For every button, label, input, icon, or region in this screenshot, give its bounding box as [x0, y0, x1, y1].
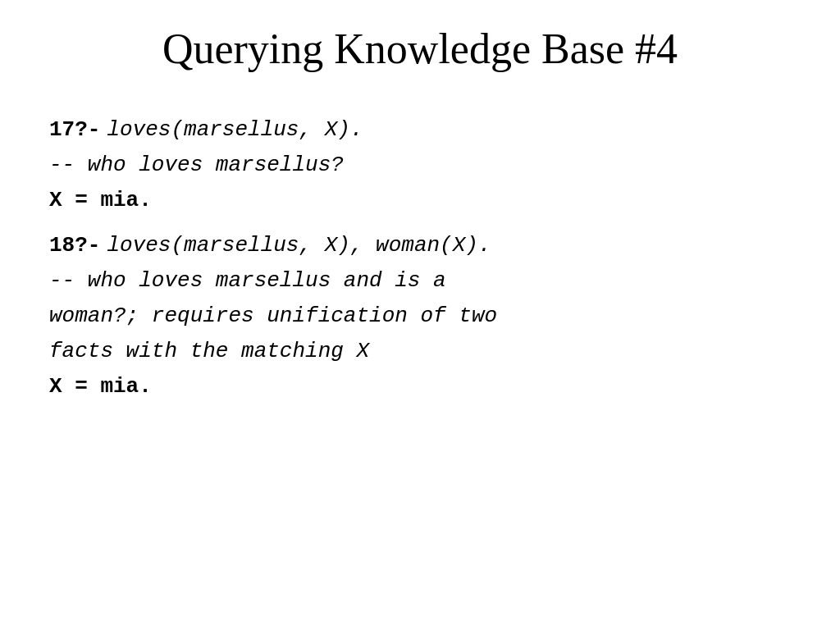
query-17-line: 17 ?- loves(marsellus, X). [49, 114, 791, 146]
query-17-comment: -- who loves marsellus? [49, 149, 791, 181]
query-18-prompt: ?- [75, 230, 100, 262]
content-area: 17 ?- loves(marsellus, X). -- who loves … [49, 114, 791, 416]
query-17-result: X = mia. [49, 185, 791, 217]
query-17-prompt: ?- [75, 114, 100, 146]
query-18-comment-1: -- who loves marsellus and is a [49, 265, 791, 297]
page-container: Querying Knowledge Base #4 17 ?- loves(m… [0, 0, 840, 630]
page-title: Querying Knowledge Base #4 [49, 25, 791, 73]
query-18-line: 18 ?- loves(marsellus, X), woman(X). [49, 230, 791, 262]
query-17-code: loves(marsellus, X). [107, 114, 363, 146]
query-18-comment-3: facts with the matching X [49, 336, 791, 368]
query-18-code: loves(marsellus, X), woman(X). [107, 230, 491, 262]
query-18-number: 18 [49, 230, 75, 262]
query-18-result: X = mia. [49, 371, 791, 403]
query-18-comment-2: woman?; requires unification of two [49, 300, 791, 332]
query-17-number: 17 [49, 114, 75, 146]
